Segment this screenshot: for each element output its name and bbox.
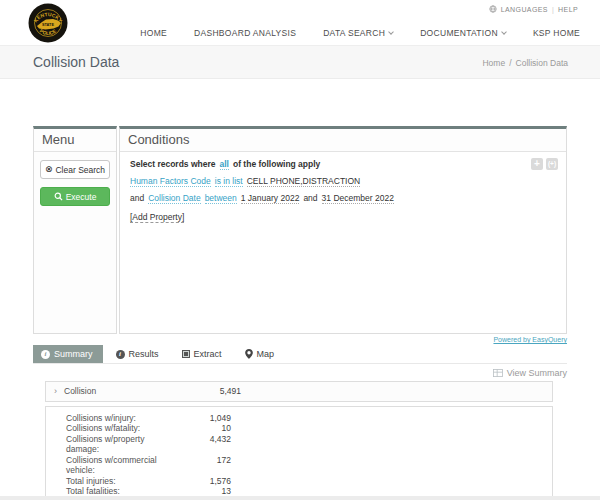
breadcrumb-current: Collision Data bbox=[516, 58, 568, 68]
results-icon: i bbox=[116, 350, 125, 359]
add-condition-button[interactable]: + bbox=[531, 158, 543, 170]
conditions-body: + (+) Select records where all of the fo… bbox=[120, 152, 566, 229]
search-icon bbox=[54, 192, 63, 201]
breadcrumb: Home / Collision Data bbox=[482, 58, 568, 68]
page-header: Collision Data Home / Collision Data bbox=[0, 46, 600, 79]
table-row: Collisions w/fatality: 10 bbox=[54, 423, 544, 434]
menu-panel-title: Menu bbox=[34, 129, 116, 152]
execute-button[interactable]: Execute bbox=[40, 187, 110, 206]
nav-dashboard-analysis[interactable]: DASHBOARD ANALYSIS bbox=[194, 28, 296, 38]
group-label: Collision bbox=[64, 386, 189, 397]
condition2-value-end[interactable]: 31 December 2022 bbox=[322, 193, 394, 204]
all-any-selector[interactable]: all bbox=[220, 159, 229, 170]
utility-links: LANGUAGES | HELP bbox=[489, 5, 578, 13]
top-bar: KENTUCKY POLICE STATE LANGUAGES | HELP H… bbox=[0, 0, 600, 46]
ksp-logo[interactable]: KENTUCKY POLICE STATE bbox=[28, 3, 68, 43]
table-row: Total fatalities: 13 bbox=[54, 486, 544, 497]
conditions-intro: Select records where all of the followin… bbox=[130, 159, 556, 170]
collision-group-row[interactable]: › Collision 5,491 bbox=[45, 381, 553, 402]
nav-data-search[interactable]: DATA SEARCH bbox=[323, 28, 393, 38]
menu-panel-body: ⊗ Clear Search Execute bbox=[34, 152, 116, 214]
page: KENTUCKY POLICE STATE LANGUAGES | HELP H… bbox=[0, 0, 600, 500]
view-summary-link[interactable]: View Summary bbox=[493, 368, 567, 378]
breadcrumb-home[interactable]: Home bbox=[482, 58, 505, 68]
conjunction: and bbox=[130, 193, 144, 203]
chevron-down-icon bbox=[501, 29, 507, 35]
expand-chevron-icon[interactable]: › bbox=[54, 386, 64, 397]
languages-link[interactable]: LANGUAGES bbox=[501, 6, 548, 13]
conditions-panel: Conditions + (+) Select records where al… bbox=[119, 126, 567, 334]
tab-results[interactable]: i Results bbox=[108, 345, 169, 363]
globe-icon bbox=[489, 5, 497, 13]
page-title: Collision Data bbox=[33, 54, 119, 70]
tab-extract[interactable]: Extract bbox=[174, 345, 232, 363]
nav-home[interactable]: HOME bbox=[140, 28, 167, 38]
summary-table: › Collision 5,491 Collisions w/injury: 1… bbox=[45, 381, 553, 500]
utility-divider: | bbox=[552, 6, 554, 13]
footer-divider bbox=[0, 496, 600, 500]
condition-row-2: and Collision Date between 1 January 202… bbox=[130, 193, 556, 204]
group-value: 5,491 bbox=[189, 386, 241, 397]
conditions-panel-title: Conditions bbox=[120, 129, 566, 152]
main-nav: HOME DASHBOARD ANALYSIS DATA SEARCH DOCU… bbox=[140, 28, 580, 38]
menu-panel: Menu ⊗ Clear Search Execute bbox=[33, 126, 117, 334]
table-row: Collisions w/commercial vehicle: 172 bbox=[54, 455, 544, 476]
nav-documentation[interactable]: DOCUMENTATION bbox=[420, 28, 506, 38]
condition1-value[interactable]: CELL PHONE,DISTRACTION bbox=[247, 176, 361, 187]
conditions-toolbar: + (+) bbox=[531, 158, 558, 170]
summary-detail-box: Collisions w/injury: 1,049 Collisions w/… bbox=[45, 406, 553, 500]
table-row: Total injuries: 1,576 bbox=[54, 476, 544, 487]
extract-icon bbox=[182, 350, 190, 358]
condition2-value-start[interactable]: 1 January 2022 bbox=[241, 193, 300, 204]
result-tabs: i Summary i Results Extract Map bbox=[33, 345, 567, 364]
add-property-link[interactable]: [Add Property] bbox=[130, 212, 184, 223]
condition-row-1: Human Factors Code is in list CELL PHONE… bbox=[130, 176, 556, 187]
condition1-field[interactable]: Human Factors Code bbox=[130, 176, 211, 187]
tab-map[interactable]: Map bbox=[237, 345, 285, 363]
svg-text:STATE: STATE bbox=[42, 23, 54, 27]
powered-by: Powered by EasyQuery bbox=[33, 336, 567, 343]
map-pin-icon bbox=[245, 349, 253, 359]
help-link[interactable]: HELP bbox=[558, 6, 578, 13]
query-builder: Menu ⊗ Clear Search Execute Conditions bbox=[33, 126, 567, 334]
nav-ksp-home[interactable]: KSP HOME bbox=[533, 28, 580, 38]
chevron-down-icon bbox=[388, 29, 394, 35]
powered-by-easyquery-link[interactable]: Powered by EasyQuery bbox=[493, 336, 567, 343]
tab-summary[interactable]: i Summary bbox=[33, 345, 103, 363]
table-row: Collisions w/injury: 1,049 bbox=[54, 413, 544, 424]
clear-icon: ⊗ bbox=[45, 165, 53, 174]
ksp-badge-icon: KENTUCKY POLICE STATE bbox=[28, 3, 68, 43]
table-row: Collisions w/property damage: 4,432 bbox=[54, 434, 544, 455]
condition1-operator[interactable]: is in list bbox=[215, 176, 243, 187]
condition2-field[interactable]: Collision Date bbox=[148, 193, 200, 204]
clear-search-button[interactable]: ⊗ Clear Search bbox=[40, 160, 110, 179]
grid-icon bbox=[493, 369, 503, 377]
add-property-row: [Add Property] bbox=[130, 212, 556, 222]
add-group-button[interactable]: (+) bbox=[546, 158, 558, 170]
condition2-operator[interactable]: between bbox=[205, 193, 237, 204]
summary-icon: i bbox=[41, 350, 50, 359]
breadcrumb-separator: / bbox=[509, 58, 511, 68]
